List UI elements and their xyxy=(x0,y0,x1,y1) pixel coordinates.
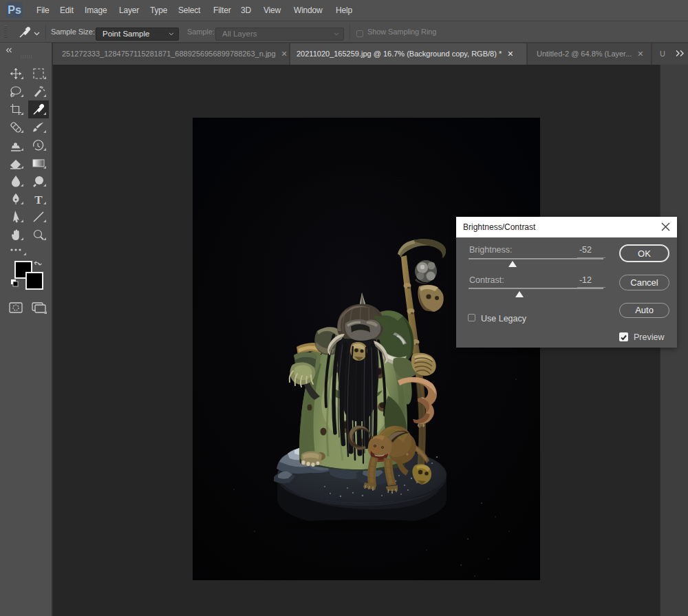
svg-text:T: T xyxy=(34,193,43,206)
